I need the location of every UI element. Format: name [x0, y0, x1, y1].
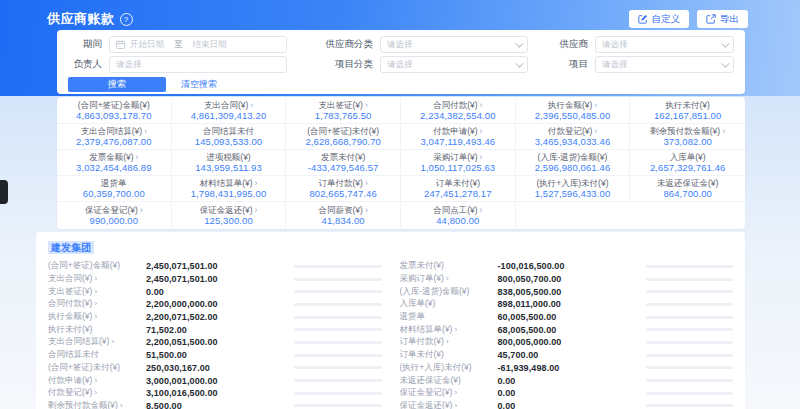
card-value: 1,798,431,995.00: [191, 188, 267, 199]
metric-value: -100,016,500.00: [498, 261, 646, 271]
chevron-down-icon: [515, 59, 523, 67]
clear-search-link[interactable]: 清空搜索: [181, 78, 217, 91]
period-range-picker[interactable]: 开始日期 至 结束日期: [109, 36, 287, 53]
project-label: 项目: [528, 58, 588, 71]
metric-row: 未返还保证金(¥)0.00: [400, 374, 734, 387]
summary-card[interactable]: 保证金登记(¥)›990,000.00: [57, 202, 172, 228]
card-value: 41,834.00: [322, 215, 365, 226]
period-end-input[interactable]: 结束日期: [193, 39, 227, 51]
metric-value: 3,000,001,000.00: [146, 376, 294, 386]
summary-card[interactable]: 支出签证(¥)›1,783,765.50: [286, 98, 401, 124]
card-value: 802,665,747.46: [309, 188, 376, 199]
page-header: 供应商账款 ? 自定义 导出: [47, 8, 748, 30]
card-value: 373,082.00: [663, 136, 712, 147]
metric-value: 800,005,000.00: [498, 337, 646, 347]
summary-card[interactable]: 支出合同结算(¥)›2,379,476,087.00: [57, 124, 172, 150]
summary-card[interactable]: 保证金返还(¥)›125,300.00: [172, 202, 287, 228]
link-chevron-icon: ›: [480, 100, 483, 110]
summary-card: (合同+签证)金额(¥)4,863,093,178.70: [57, 98, 172, 124]
metric-label[interactable]: 保证金返还(¥)›: [400, 400, 498, 409]
summary-card[interactable]: 发票金额(¥)›3,032,454,486.89: [57, 150, 172, 176]
supplier-select[interactable]: 请选择: [595, 36, 734, 53]
metric-label[interactable]: 采购订单(¥)›: [400, 273, 498, 285]
owner-select[interactable]: 请选择: [109, 56, 287, 73]
metric-label: 退货单: [400, 311, 498, 323]
metric-value: 45,700.00: [498, 350, 646, 360]
period-start-input[interactable]: 开始日期: [130, 39, 164, 51]
summary-card[interactable]: 采购订单(¥)›1,050,117,025.63: [401, 150, 516, 176]
metric-label[interactable]: 执行金额(¥)›: [48, 311, 146, 323]
metric-row: 发票未付(¥)-100,016,500.00: [400, 260, 734, 273]
empty-cell: [630, 202, 745, 228]
metric-row: 支出合同(¥)›2,450,071,501.00: [48, 273, 382, 286]
summary-card[interactable]: 订单付款(¥)›802,665,747.46: [286, 176, 401, 202]
metric-bar: [646, 265, 734, 268]
summary-card[interactable]: 付款申请(¥)›3,047,119,493.46: [401, 124, 516, 150]
card-label: 退货单: [101, 178, 127, 188]
metric-row: 付款申请(¥)›3,000,001,000.00: [48, 374, 382, 387]
metric-row: (入库-退货)金额(¥)838,005,500.00: [400, 285, 734, 298]
search-button[interactable]: 搜索: [68, 77, 166, 92]
link-chevron-icon: ›: [250, 100, 253, 110]
metric-label[interactable]: 保证金登记(¥)›: [400, 387, 498, 399]
group-rows-right-column: 发票未付(¥)-100,016,500.00采购订单(¥)›800,050,70…: [400, 260, 734, 409]
summary-card[interactable]: 合同薪资(¥)›41,834.00: [286, 202, 401, 228]
summary-card[interactable]: 剩余预付款金额(¥)›373,082.00: [630, 124, 745, 150]
sidebar-collapse-handle[interactable]: [0, 180, 8, 204]
metric-row: 材料结算单(¥)›68,005,500.00: [400, 323, 734, 336]
summary-card[interactable]: 合同点工(¥)›44,800.00: [401, 202, 516, 228]
metric-label[interactable]: 剩余预付款金额(¥)›: [48, 400, 146, 409]
metric-bar: [294, 290, 382, 293]
metric-bar: [294, 278, 382, 281]
metric-label[interactable]: 订单付款(¥)›: [400, 336, 498, 348]
link-chevron-icon: ›: [722, 126, 725, 136]
link-chevron-icon: ›: [365, 100, 368, 110]
metric-label: (入库-退货)金额(¥): [400, 286, 498, 298]
metric-label[interactable]: 支出合同(¥)›: [48, 273, 146, 285]
export-button[interactable]: 导出: [697, 10, 748, 28]
summary-card[interactable]: 执行金额(¥)›2,396,550,485.00: [516, 98, 631, 124]
card-label: (合同+签证)未付(¥): [307, 126, 379, 136]
group-name-link[interactable]: 建发集团: [48, 241, 94, 254]
metric-label: 入库单(¥): [400, 298, 498, 310]
metric-bar: [646, 316, 734, 319]
metric-label[interactable]: 支出签证(¥)›: [48, 286, 146, 298]
metric-row: 采购订单(¥)›800,050,700.00: [400, 273, 734, 286]
card-value: 2,628,668,790.70: [305, 136, 381, 147]
metric-bar: [646, 379, 734, 382]
summary-card[interactable]: 合同付款(¥)›2,234,382,554.00: [401, 98, 516, 124]
metric-label[interactable]: 材料结算单(¥)›: [400, 324, 498, 336]
card-label: 合同点工(¥)›: [433, 205, 482, 215]
summary-card[interactable]: 支出合同(¥)›4,861,309,413.20: [172, 98, 287, 124]
metric-value: 71,502.00: [146, 325, 294, 335]
link-chevron-icon: ›: [480, 152, 483, 162]
card-label: 合同结算未付: [203, 126, 254, 136]
link-chevron-icon: ›: [111, 337, 114, 346]
metric-label[interactable]: 付款申请(¥)›: [48, 375, 146, 387]
card-label: (合同+签证)金额(¥): [78, 100, 150, 110]
metric-label[interactable]: 支出合同结算(¥)›: [48, 336, 146, 348]
link-chevron-icon: ›: [480, 205, 483, 215]
edit-icon: [638, 14, 648, 24]
project-category-select[interactable]: 请选择: [380, 56, 528, 73]
metric-label[interactable]: 合同付款(¥)›: [48, 298, 146, 310]
card-value: 143,959,511.93: [195, 162, 262, 173]
project-category-label: 项目分类: [287, 58, 373, 71]
link-chevron-icon: ›: [140, 205, 143, 215]
customize-button[interactable]: 自定义: [629, 10, 690, 28]
card-label: 支出合同结算(¥)›: [81, 126, 147, 136]
metric-label[interactable]: 付款登记(¥)›: [48, 387, 146, 399]
card-label: 材料结算单(¥)›: [200, 178, 258, 188]
summary-card[interactable]: 材料结算单(¥)›1,798,431,995.00: [172, 176, 287, 202]
summary-card[interactable]: 付款登记(¥)›3,465,934,033.46: [516, 124, 631, 150]
card-label: 进项税额(¥): [206, 152, 250, 162]
metric-row: 支出签证(¥)›0.00: [48, 285, 382, 298]
metric-bar: [646, 290, 734, 293]
metric-row: (合同+签证)未付(¥)250,030,167.00: [48, 362, 382, 375]
group-detail-panel: 建发集团 (合同+签证)金额(¥)2,450,071,501.00支出合同(¥)…: [36, 232, 745, 409]
help-icon[interactable]: ?: [120, 13, 133, 26]
supplier-category-select[interactable]: 请选择: [380, 36, 528, 53]
card-label: 发票金额(¥)›: [89, 152, 138, 162]
metric-row: 执行金额(¥)›2,200,071,502.00: [48, 311, 382, 324]
project-select[interactable]: 请选择: [595, 56, 734, 73]
